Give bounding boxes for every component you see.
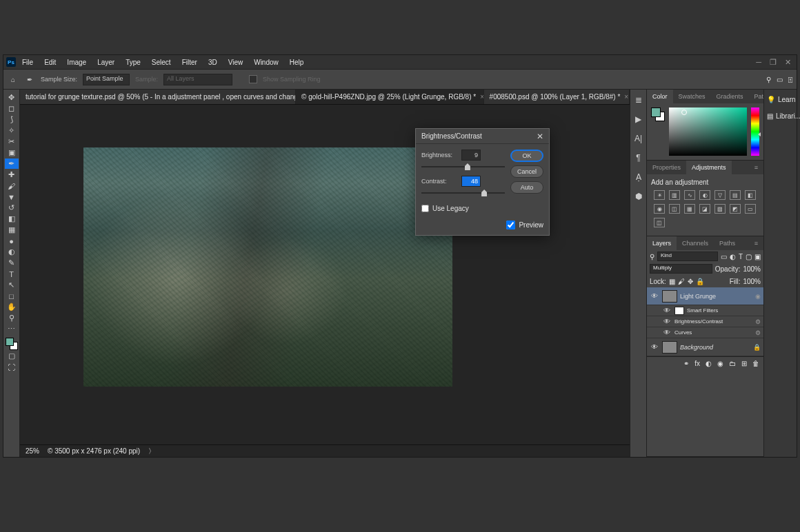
panel-swatches[interactable] [651,108,665,121]
history-icon[interactable]: ≣ [632,94,645,106]
doc-info[interactable]: © 3500 px x 2476 px (240 ppi) [48,447,140,455]
stamp-tool[interactable]: ▼ [5,192,19,202]
gradients-tab[interactable]: Gradients [711,90,749,103]
menu-3d[interactable]: 3D [203,57,222,68]
paths-tab[interactable]: Paths [714,236,741,250]
menu-image[interactable]: Image [62,57,91,68]
layer-row[interactable]: 👁 Light Grunge ◉ [647,287,763,305]
link-icon[interactable]: ⚭ [683,360,689,367]
posterize-preset[interactable]: ▨ [714,204,726,214]
tab-close-icon[interactable]: × [624,93,628,101]
curves-preset[interactable]: ∿ [684,190,695,200]
menu-type[interactable]: Type [121,57,146,68]
crop-tool[interactable]: ✂ [5,136,19,147]
auto-button[interactable]: Auto [510,181,543,194]
menu-filter[interactable]: Filter [177,57,202,68]
bw-preset[interactable]: ◧ [745,190,756,200]
share-icon[interactable]: ⍐ [788,76,792,83]
levels-preset[interactable]: ▥ [669,190,680,200]
visibility-icon[interactable]: 👁 [662,329,672,336]
dodge-tool[interactable]: ◐ [5,247,19,257]
zoom-readout[interactable]: 25% [26,447,39,455]
brightness-slider[interactable] [421,163,505,170]
sample-select[interactable]: All Layers [163,74,232,85]
workspace-icon[interactable]: ▭ [777,76,783,83]
gradient-tool[interactable]: ▦ [5,225,19,235]
lock-all-icon[interactable]: 🔒 [696,278,704,285]
layers-tab[interactable]: Layers [647,236,677,250]
doc-tab-2[interactable]: © gold-hill-P496ZND.jpg @ 25% (Light Gru… [296,90,484,104]
layer-name[interactable]: Background [680,344,750,351]
opacity-value[interactable]: 100% [743,265,761,273]
close-icon[interactable]: ✕ [785,58,791,67]
fill-value[interactable]: 100% [743,278,761,285]
lasso-tool[interactable]: ⟆ [5,114,19,125]
lock-paint-icon[interactable]: 🖌 [678,278,685,285]
properties-tab[interactable]: Properties [647,161,686,174]
layer-row[interactable]: 👁 Smart Filters [647,305,763,316]
color-field[interactable] [669,108,747,156]
filter-type-icon[interactable]: T [739,253,743,260]
move-tool[interactable]: ✥ [5,92,19,103]
legacy-checkbox[interactable] [421,205,429,212]
visibility-icon[interactable]: 👁 [650,292,659,300]
layer-row[interactable]: 👁 Brightness/Contrast ⚙ [647,316,763,327]
filter-adj-icon[interactable]: ◐ [730,253,736,260]
doc-tab-1[interactable]: tutorial for grunge texture.psd @ 50% (5… [20,90,296,104]
visibility-icon[interactable]: 👁 [662,307,672,314]
history-brush-tool[interactable]: ↺ [5,203,19,213]
menu-view[interactable]: View [223,57,248,68]
hue-strip[interactable] [751,108,759,156]
threshold-preset[interactable]: ◩ [730,204,741,214]
mask-icon[interactable]: ◐ [706,360,712,367]
lock-trans-icon[interactable]: ▦ [669,278,675,285]
filter-pixel-icon[interactable]: ▭ [721,253,727,260]
layer-thumb[interactable] [662,341,677,354]
group-icon[interactable]: 🗀 [729,360,736,367]
menu-select[interactable]: Select [147,57,176,68]
visibility-icon[interactable]: 👁 [662,318,672,325]
lock-pos-icon[interactable]: ✥ [688,278,693,285]
brightness-preset[interactable]: ☀ [654,190,665,200]
eraser-tool[interactable]: ◧ [5,214,19,224]
blend-select[interactable]: Multiply [650,264,712,274]
mixer-preset[interactable]: ◫ [669,204,680,214]
cancel-button[interactable]: Cancel [510,165,543,178]
eyedropper-icon[interactable]: ✒ [24,74,35,85]
restore-icon[interactable]: ❐ [770,58,777,67]
pen-tool[interactable]: ✎ [5,258,19,268]
screenmode-tool[interactable]: ⛶ [5,362,19,372]
menu-layer[interactable]: Layer [92,57,119,68]
lookup-preset[interactable]: ▦ [684,204,695,214]
preview-checkbox[interactable] [506,221,515,229]
brightness-input[interactable] [461,150,481,161]
3d-icon[interactable]: ⬢ [632,190,645,203]
para-icon[interactable]: ¶ [632,152,645,164]
shape-tool[interactable]: □ [5,291,19,301]
layer-row[interactable]: 👁 Curves ⚙ [647,327,763,338]
status-arrow-icon[interactable]: 〉 [148,447,155,456]
exposure-preset[interactable]: ◐ [699,190,710,200]
brush-tool[interactable]: 🖌 [5,181,19,191]
frame-tool[interactable]: ▣ [5,147,19,158]
filter-settings-icon[interactable]: ⚙ [755,318,761,325]
actions-icon[interactable]: ▶ [632,113,645,125]
vibrance-preset[interactable]: ▽ [714,190,726,200]
photo-filter-preset[interactable]: ◉ [654,204,665,214]
new-layer-icon[interactable]: ⊞ [741,360,747,367]
ring-checkbox[interactable] [249,75,257,83]
filter-smart-icon[interactable]: ▣ [754,253,761,260]
swatches-tab[interactable]: Swatches [673,90,711,103]
doc-tab-3[interactable]: #008500.psd @ 100% (Layer 1, RGB/8#) *× [484,90,630,104]
invert-preset[interactable]: ◪ [699,204,710,214]
dialog-close-icon[interactable]: ✕ [537,132,543,141]
layer-row[interactable]: 👁 Background 🔒 [647,338,763,356]
blur-tool[interactable]: ● [5,236,19,246]
edit-toolbar[interactable]: ⋯ [5,324,19,334]
contrast-slider[interactable] [421,190,505,196]
char-icon[interactable]: A| [632,132,645,145]
filter-shape-icon[interactable]: ▢ [746,253,752,260]
kind-select[interactable]: Kind [657,252,718,261]
menu-edit[interactable]: Edit [39,57,61,68]
learn-button[interactable]: 💡Learn [764,92,797,106]
